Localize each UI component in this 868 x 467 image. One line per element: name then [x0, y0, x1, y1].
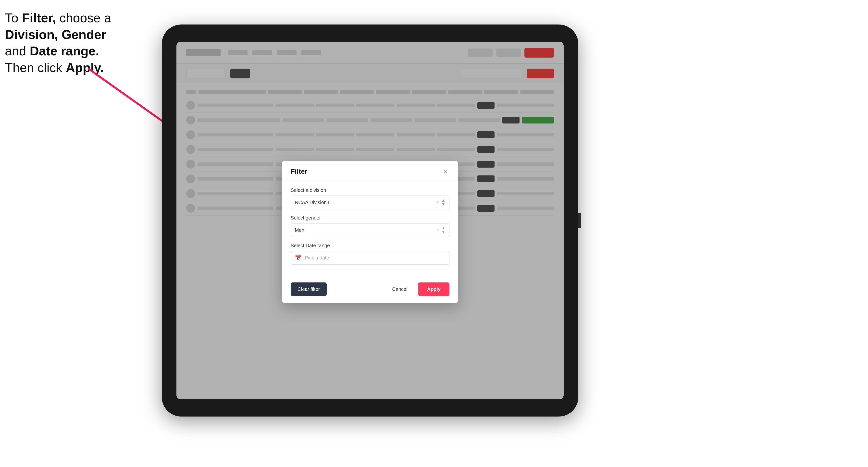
instruction-bold-apply: Apply.: [66, 61, 104, 75]
tablet-device: Filter × Select a division NCAA Division…: [162, 25, 578, 416]
calendar-icon: 📅: [295, 255, 302, 261]
instruction-bold-filter: Filter,: [22, 11, 56, 25]
instruction-panel: To Filter, choose a Division, Gender and…: [5, 10, 142, 76]
gender-select-controls: × ▲ ▼: [436, 226, 445, 234]
division-select-controls: × ▲ ▼: [436, 198, 445, 206]
gender-select[interactable]: Men × ▲ ▼: [291, 223, 450, 237]
gender-arrows-icon[interactable]: ▲ ▼: [441, 226, 445, 234]
modal-title: Filter: [291, 167, 307, 176]
modal-footer: Clear filter Cancel Apply: [282, 277, 458, 303]
date-input[interactable]: 📅 Pick a date: [291, 251, 450, 264]
clear-filter-button[interactable]: Clear filter: [291, 282, 327, 296]
division-arrows-icon[interactable]: ▲ ▼: [441, 198, 445, 206]
division-select[interactable]: NCAA Division I × ▲ ▼: [291, 195, 450, 209]
apply-button[interactable]: Apply: [418, 282, 450, 296]
tablet-screen: Filter × Select a division NCAA Division…: [177, 42, 564, 399]
modal-header: Filter ×: [282, 161, 458, 181]
modal-body: Select a division NCAA Division I × ▲ ▼: [282, 181, 458, 277]
division-label: Select a division: [291, 187, 450, 193]
filter-modal: Filter × Select a division NCAA Division…: [282, 161, 458, 303]
gender-label: Select gender: [291, 215, 450, 221]
modal-close-button[interactable]: ×: [442, 167, 450, 176]
tablet-side-button: [578, 213, 581, 228]
cancel-button[interactable]: Cancel: [385, 282, 414, 296]
gender-clear-icon[interactable]: ×: [436, 228, 439, 233]
date-form-group: Select Date range 📅 Pick a date: [291, 243, 450, 264]
gender-form-group: Select gender Men × ▲ ▼: [291, 215, 450, 237]
division-clear-icon[interactable]: ×: [436, 200, 439, 205]
division-form-group: Select a division NCAA Division I × ▲ ▼: [291, 187, 450, 209]
date-placeholder: Pick a date: [305, 255, 329, 261]
instruction-bold-division-gender: Division, Gender: [5, 27, 106, 42]
division-select-value: NCAA Division I: [295, 200, 329, 205]
modal-footer-right: Cancel Apply: [385, 282, 450, 296]
date-label: Select Date range: [291, 243, 450, 248]
instruction-bold-date: Date range.: [30, 44, 99, 58]
gender-select-value: Men: [295, 227, 304, 233]
